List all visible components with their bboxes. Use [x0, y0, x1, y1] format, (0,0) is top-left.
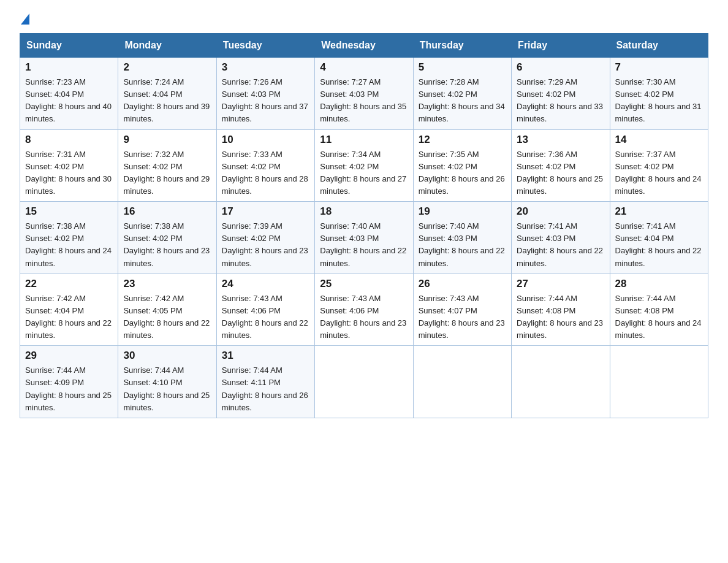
calendar-header-row: SundayMondayTuesdayWednesdayThursdayFrid… — [20, 34, 708, 58]
calendar-cell: 2 Sunrise: 7:24 AMSunset: 4:04 PMDayligh… — [118, 58, 216, 130]
day-detail: Sunrise: 7:42 AMSunset: 4:04 PMDaylight:… — [25, 294, 112, 340]
calendar-week-row: 22 Sunrise: 7:42 AMSunset: 4:04 PMDaylig… — [20, 274, 708, 346]
calendar-cell — [610, 346, 708, 418]
day-number: 12 — [419, 134, 506, 146]
day-detail: Sunrise: 7:43 AMSunset: 4:06 PMDaylight:… — [222, 294, 308, 340]
day-detail: Sunrise: 7:34 AMSunset: 4:02 PMDaylight:… — [320, 150, 406, 196]
day-detail: Sunrise: 7:44 AMSunset: 4:09 PMDaylight:… — [25, 366, 112, 412]
calendar-cell: 28 Sunrise: 7:44 AMSunset: 4:08 PMDaylig… — [610, 274, 708, 346]
logo — [20, 15, 29, 26]
day-number: 26 — [419, 278, 506, 290]
day-number: 30 — [123, 350, 211, 362]
day-detail: Sunrise: 7:26 AMSunset: 4:03 PMDaylight:… — [222, 77, 308, 123]
day-detail: Sunrise: 7:23 AMSunset: 4:04 PMDaylight:… — [25, 77, 112, 123]
column-header-monday: Monday — [118, 34, 216, 58]
day-number: 16 — [123, 205, 211, 218]
day-number: 15 — [25, 205, 113, 218]
column-header-sunday: Sunday — [20, 34, 118, 58]
day-number: 18 — [320, 205, 408, 218]
calendar-cell: 9 Sunrise: 7:32 AMSunset: 4:02 PMDayligh… — [118, 129, 216, 202]
day-number: 27 — [517, 278, 604, 290]
day-detail: Sunrise: 7:44 AMSunset: 4:08 PMDaylight:… — [517, 294, 603, 340]
calendar-cell: 18 Sunrise: 7:40 AMSunset: 4:03 PMDaylig… — [315, 202, 413, 274]
calendar-cell — [413, 346, 511, 418]
day-number: 24 — [222, 278, 309, 290]
day-detail: Sunrise: 7:40 AMSunset: 4:03 PMDaylight:… — [320, 221, 406, 267]
calendar-cell: 15 Sunrise: 7:38 AMSunset: 4:02 PMDaylig… — [20, 202, 118, 274]
day-number: 8 — [25, 134, 113, 146]
day-detail: Sunrise: 7:42 AMSunset: 4:05 PMDaylight:… — [123, 294, 210, 340]
day-detail: Sunrise: 7:35 AMSunset: 4:02 PMDaylight:… — [419, 150, 505, 196]
day-number: 19 — [419, 205, 506, 218]
day-number: 5 — [419, 61, 506, 74]
day-detail: Sunrise: 7:41 AMSunset: 4:03 PMDaylight:… — [517, 221, 603, 267]
calendar-cell: 7 Sunrise: 7:30 AMSunset: 4:02 PMDayligh… — [610, 58, 708, 130]
day-number: 4 — [320, 61, 408, 74]
calendar-table: SundayMondayTuesdayWednesdayThursdayFrid… — [20, 33, 708, 418]
column-header-tuesday: Tuesday — [216, 34, 314, 58]
day-number: 10 — [222, 134, 309, 146]
day-number: 20 — [517, 205, 604, 218]
page-header — [20, 15, 708, 26]
day-detail: Sunrise: 7:36 AMSunset: 4:02 PMDaylight:… — [517, 150, 603, 196]
day-number: 6 — [517, 61, 604, 74]
calendar-week-row: 1 Sunrise: 7:23 AMSunset: 4:04 PMDayligh… — [20, 58, 708, 130]
calendar-cell: 5 Sunrise: 7:28 AMSunset: 4:02 PMDayligh… — [413, 58, 511, 130]
day-detail: Sunrise: 7:44 AMSunset: 4:10 PMDaylight:… — [123, 366, 210, 412]
day-detail: Sunrise: 7:24 AMSunset: 4:04 PMDaylight:… — [123, 77, 210, 123]
column-header-saturday: Saturday — [610, 34, 708, 58]
calendar-cell: 4 Sunrise: 7:27 AMSunset: 4:03 PMDayligh… — [315, 58, 413, 130]
calendar-cell: 11 Sunrise: 7:34 AMSunset: 4:02 PMDaylig… — [315, 129, 413, 202]
logo-triangle-icon — [21, 13, 29, 25]
day-number: 7 — [615, 61, 703, 74]
day-detail: Sunrise: 7:31 AMSunset: 4:02 PMDaylight:… — [25, 150, 112, 196]
day-detail: Sunrise: 7:41 AMSunset: 4:04 PMDaylight:… — [615, 221, 702, 267]
calendar-cell: 6 Sunrise: 7:29 AMSunset: 4:02 PMDayligh… — [512, 58, 610, 130]
calendar-cell: 21 Sunrise: 7:41 AMSunset: 4:04 PMDaylig… — [610, 202, 708, 274]
calendar-cell: 23 Sunrise: 7:42 AMSunset: 4:05 PMDaylig… — [118, 274, 216, 346]
day-number: 25 — [320, 278, 408, 290]
column-header-thursday: Thursday — [413, 34, 511, 58]
calendar-cell: 26 Sunrise: 7:43 AMSunset: 4:07 PMDaylig… — [413, 274, 511, 346]
day-number: 22 — [25, 278, 113, 290]
calendar-cell: 22 Sunrise: 7:42 AMSunset: 4:04 PMDaylig… — [20, 274, 118, 346]
day-number: 3 — [222, 61, 309, 74]
day-detail: Sunrise: 7:43 AMSunset: 4:06 PMDaylight:… — [320, 294, 406, 340]
day-number: 17 — [222, 205, 309, 218]
day-detail: Sunrise: 7:37 AMSunset: 4:02 PMDaylight:… — [615, 150, 702, 196]
calendar-week-row: 8 Sunrise: 7:31 AMSunset: 4:02 PMDayligh… — [20, 129, 708, 202]
calendar-cell: 27 Sunrise: 7:44 AMSunset: 4:08 PMDaylig… — [512, 274, 610, 346]
day-detail: Sunrise: 7:32 AMSunset: 4:02 PMDaylight:… — [123, 150, 210, 196]
calendar-cell: 25 Sunrise: 7:43 AMSunset: 4:06 PMDaylig… — [315, 274, 413, 346]
calendar-cell: 16 Sunrise: 7:38 AMSunset: 4:02 PMDaylig… — [118, 202, 216, 274]
calendar-cell: 31 Sunrise: 7:44 AMSunset: 4:11 PMDaylig… — [216, 346, 314, 418]
day-detail: Sunrise: 7:33 AMSunset: 4:02 PMDaylight:… — [222, 150, 308, 196]
day-detail: Sunrise: 7:38 AMSunset: 4:02 PMDaylight:… — [25, 221, 112, 267]
day-number: 1 — [25, 61, 113, 74]
calendar-cell: 1 Sunrise: 7:23 AMSunset: 4:04 PMDayligh… — [20, 58, 118, 130]
calendar-cell — [512, 346, 610, 418]
day-number: 31 — [222, 350, 309, 362]
day-number: 9 — [123, 134, 211, 146]
day-detail: Sunrise: 7:44 AMSunset: 4:11 PMDaylight:… — [222, 366, 308, 412]
calendar-week-row: 15 Sunrise: 7:38 AMSunset: 4:02 PMDaylig… — [20, 202, 708, 274]
calendar-cell: 20 Sunrise: 7:41 AMSunset: 4:03 PMDaylig… — [512, 202, 610, 274]
day-detail: Sunrise: 7:43 AMSunset: 4:07 PMDaylight:… — [419, 294, 505, 340]
day-detail: Sunrise: 7:30 AMSunset: 4:02 PMDaylight:… — [615, 77, 702, 123]
day-number: 28 — [615, 278, 703, 290]
day-number: 21 — [615, 205, 703, 218]
day-detail: Sunrise: 7:28 AMSunset: 4:02 PMDaylight:… — [419, 77, 505, 123]
day-detail: Sunrise: 7:39 AMSunset: 4:02 PMDaylight:… — [222, 221, 308, 267]
calendar-cell: 8 Sunrise: 7:31 AMSunset: 4:02 PMDayligh… — [20, 129, 118, 202]
day-detail: Sunrise: 7:44 AMSunset: 4:08 PMDaylight:… — [615, 294, 702, 340]
calendar-cell: 14 Sunrise: 7:37 AMSunset: 4:02 PMDaylig… — [610, 129, 708, 202]
calendar-cell: 29 Sunrise: 7:44 AMSunset: 4:09 PMDaylig… — [20, 346, 118, 418]
calendar-cell: 13 Sunrise: 7:36 AMSunset: 4:02 PMDaylig… — [512, 129, 610, 202]
calendar-cell — [315, 346, 413, 418]
calendar-week-row: 29 Sunrise: 7:44 AMSunset: 4:09 PMDaylig… — [20, 346, 708, 418]
day-detail: Sunrise: 7:40 AMSunset: 4:03 PMDaylight:… — [419, 221, 505, 267]
day-number: 11 — [320, 134, 408, 146]
day-detail: Sunrise: 7:38 AMSunset: 4:02 PMDaylight:… — [123, 221, 210, 267]
calendar-cell: 30 Sunrise: 7:44 AMSunset: 4:10 PMDaylig… — [118, 346, 216, 418]
column-header-friday: Friday — [512, 34, 610, 58]
